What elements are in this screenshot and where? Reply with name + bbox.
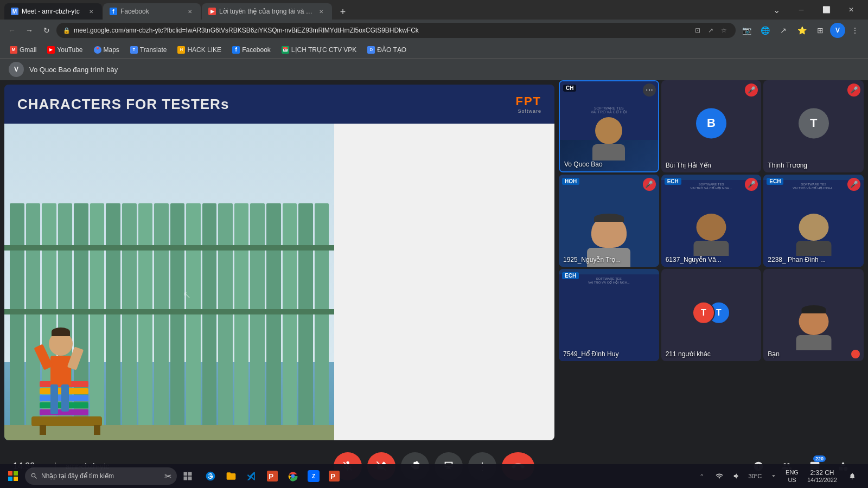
p9-body xyxy=(796,335,831,350)
bookmark-star-icon[interactable]: ☆ xyxy=(718,25,729,36)
url-bar[interactable]: 🔒 meet.google.com/amr-cbzh-ytc?fbclid=Iw… xyxy=(56,23,736,38)
fence-plank-16 xyxy=(250,203,265,441)
tab-meet-close[interactable]: ✕ xyxy=(87,7,95,16)
screen-cast-icon[interactable]: ⊡ xyxy=(692,25,703,36)
close-button[interactable]: ✕ xyxy=(839,0,864,20)
svg-rect-2 xyxy=(8,471,12,476)
participant-tile-bui-thi-hai-yen[interactable]: B 🎤 Bùi Thị Hải Yến xyxy=(661,80,762,172)
child-head xyxy=(49,332,73,356)
bookmark-hacklike[interactable]: H HACK LIKE xyxy=(173,43,226,56)
bookmark-youtube[interactable]: ▶ YouTube xyxy=(43,43,87,56)
ext-camera-icon[interactable]: 📷 xyxy=(738,22,755,39)
sidebar-icon[interactable]: ⊞ xyxy=(812,22,829,39)
bookmark-translate[interactable]: T Translate xyxy=(126,43,171,56)
locale-text: US xyxy=(788,476,796,484)
fpt-subtitle: Software xyxy=(518,108,541,114)
presenter-slide-text: SOFTWARE TESVAI TRÒ VÀ CƠ HỘI xyxy=(589,104,629,117)
minimize-button[interactable]: ─ xyxy=(789,0,814,20)
task-view-icon xyxy=(182,471,193,481)
bookmark-dao-tao[interactable]: D ĐÀO TẠO xyxy=(363,43,411,56)
tab-loi[interactable]: ▶ Lời tuyên thệ của trọng tài và vắ... ✕ xyxy=(202,3,332,20)
taskbar-powerpoint[interactable]: P xyxy=(263,466,282,486)
participant-tile-2238[interactable]: SOFTWARE TESVAI TRÒ VÀ CƠ HỘI NGH... ECH… xyxy=(763,175,864,267)
clock-area[interactable]: 2:32 CH 14/12/2022 xyxy=(803,466,841,486)
tray-volume-icon[interactable] xyxy=(729,466,744,486)
facebook-favicon-bm: f xyxy=(232,46,240,54)
translate-icon[interactable]: 🌐 xyxy=(756,22,774,39)
tile-name-p3: Thịnh Trương xyxy=(768,162,807,169)
facebook-favicon: f xyxy=(110,8,117,15)
participant-tile-6137[interactable]: SOFTWARE TESVAI TRÒ VÀ CƠ HỘI NGH... ECH… xyxy=(661,175,762,267)
taskbar-vscode[interactable] xyxy=(242,466,261,486)
tab-facebook-close[interactable]: ✕ xyxy=(186,7,194,16)
slide-image-left: ↖ xyxy=(4,124,334,440)
chat-badge: 220 xyxy=(813,455,826,462)
svg-rect-5 xyxy=(14,477,18,481)
bookmark-lich-truc[interactable]: 📅 LỊCH TRỰC CTV VPK xyxy=(277,43,361,56)
volume-icon xyxy=(733,472,741,480)
p9-head xyxy=(799,308,828,335)
back-button[interactable]: ← xyxy=(4,23,20,38)
tile-menu-button-p1[interactable]: ⋯ xyxy=(643,84,656,97)
fence-plank-9 xyxy=(138,203,153,441)
participant-tile-others[interactable]: T T 211 người khác xyxy=(661,269,762,361)
tab-loi-close[interactable]: ✕ xyxy=(317,7,326,16)
child-leg-right xyxy=(61,384,69,412)
tab-meet[interactable]: M Meet - amr-cbzh-ytc ✕ xyxy=(4,3,102,20)
bookmark-facebook[interactable]: f Facebook xyxy=(228,43,275,56)
lock-icon: 🔒 xyxy=(63,27,71,34)
taskbar-explorer[interactable] xyxy=(221,466,241,486)
presenter-video-bg: SOFTWARE TESVAI TRÒ VÀ CƠ HỘI xyxy=(560,81,658,171)
forward-button[interactable]: → xyxy=(22,23,37,38)
menu-icon[interactable]: ⋮ xyxy=(846,22,864,39)
online-indicator-p9 xyxy=(850,349,861,359)
chevron-down-icon[interactable]: ⌄ xyxy=(764,0,789,20)
lang-area[interactable]: ENG US xyxy=(783,468,801,484)
presenter-body xyxy=(592,144,625,160)
fpt-text: FPT xyxy=(515,94,541,108)
taskbar-zalo[interactable]: Z xyxy=(304,466,323,486)
mute-icon-p6: 🎤 xyxy=(847,178,860,191)
taskbar: Nhập tại đây để tìm kiếm ✂ P Z P ^ xyxy=(0,464,868,488)
maps-favicon: 📍 xyxy=(94,46,101,54)
taskbar-search[interactable]: Nhập tại đây để tìm kiếm ✂ xyxy=(25,467,177,485)
task-view-button[interactable] xyxy=(178,466,197,486)
participant-tile-thinh-truong[interactable]: T 🎤 Thịnh Trương xyxy=(763,80,864,172)
clock-date: 14/12/2022 xyxy=(807,477,837,483)
fence-plank-1 xyxy=(10,203,24,441)
tray-network-icon[interactable] xyxy=(712,466,727,486)
svg-text:P: P xyxy=(269,472,273,480)
powerpoint-icon: P xyxy=(267,471,278,481)
tab-bar: M Meet - amr-cbzh-ytc ✕ f Facebook ✕ ▶ L… xyxy=(0,0,868,20)
vscode-icon xyxy=(246,471,257,481)
lang-text: ENG xyxy=(786,468,799,476)
p7-bg: SOFTWARE TESVAI TRÒ VÀ CƠ HỘI NGH... xyxy=(559,274,659,361)
taskbar-chrome[interactable] xyxy=(283,466,303,486)
taskbar-edge[interactable] xyxy=(201,466,220,486)
ext-share-icon[interactable]: ↗ xyxy=(775,22,792,39)
taskbar-ppt2[interactable]: P xyxy=(324,466,344,486)
new-tab-button[interactable]: + xyxy=(335,4,350,20)
reload-button[interactable]: ↻ xyxy=(39,23,54,38)
start-button[interactable] xyxy=(2,465,24,487)
participant-tile-vo-quoc-bao[interactable]: SOFTWARE TESVAI TRÒ VÀ CƠ HỘI CH ⋯ Vo Qu… xyxy=(559,80,659,172)
participant-tile-7549[interactable]: SOFTWARE TESVAI TRÒ VÀ CƠ HỘI NGH... ECH… xyxy=(559,269,659,361)
bookmark-icon[interactable]: ⭐ xyxy=(793,22,810,39)
tab-facebook[interactable]: f Facebook ✕ xyxy=(103,3,201,20)
profile-button[interactable]: V xyxy=(830,23,845,38)
svg-text:P: P xyxy=(330,472,335,480)
content-row: CHARACTERS FOR TESTERs FPT Software xyxy=(0,80,868,445)
participant-tile-1925[interactable]: HOH 🎤 1925_Nguyễn Trọ... xyxy=(559,175,659,267)
maximize-button[interactable]: ⬜ xyxy=(814,0,839,20)
tile-avatar-p2: B xyxy=(696,108,726,138)
fence-plank-14 xyxy=(218,203,233,441)
bookmark-maps[interactable]: 📍 Maps xyxy=(90,43,124,56)
participant-tile-ban[interactable]: Bạn xyxy=(763,269,864,361)
share-icon[interactable]: ↗ xyxy=(705,25,716,36)
tray-expand-button[interactable]: ^ xyxy=(694,466,710,486)
gmail-favicon: M xyxy=(10,46,17,54)
notification-button[interactable] xyxy=(844,466,861,486)
bookmark-gmail[interactable]: M Gmail xyxy=(5,43,41,56)
tile-avatar-p3: T xyxy=(799,108,829,138)
tray-hidden-icons[interactable] xyxy=(766,466,781,486)
